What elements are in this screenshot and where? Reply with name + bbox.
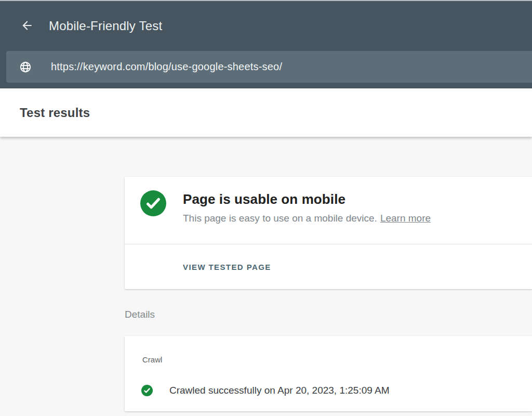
content-area: Page is usable on mobile This page is ea… (0, 137, 532, 411)
check-circle-icon (140, 190, 166, 216)
summary-text: Page is usable on mobile This page is ea… (183, 191, 431, 224)
globe-icon (19, 61, 32, 73)
page-title: Test results (20, 106, 90, 120)
results-bar: Test results (0, 88, 532, 137)
crawl-status-row: Crawled successfully on Apr 20, 2023, 1:… (141, 385, 532, 396)
result-summary: Page is usable on mobile This page is ea… (125, 177, 532, 244)
app-header-row: Mobile-Friendly Test (0, 1, 532, 51)
app-header: Mobile-Friendly Test https://keyword.com… (0, 1, 532, 88)
tested-url: https://keyword.com/blog/use-google-shee… (51, 61, 282, 73)
status-description-text: This page is easy to use on a mobile dev… (183, 213, 377, 224)
back-button[interactable] (20, 19, 34, 33)
result-card: Page is usable on mobile This page is ea… (125, 177, 532, 289)
url-bar[interactable]: https://keyword.com/blog/use-google-shee… (6, 51, 532, 83)
app-title: Mobile-Friendly Test (49, 19, 162, 33)
crawl-section-label: Crawl (142, 355, 532, 364)
status-title: Page is usable on mobile (183, 191, 431, 207)
check-circle-icon (141, 385, 153, 396)
crawl-status-text: Crawled successfully on Apr 20, 2023, 1:… (169, 385, 390, 396)
arrow-left-icon (20, 19, 34, 34)
view-tested-page-button[interactable]: VIEW TESTED PAGE (183, 263, 271, 271)
details-heading: Details (125, 309, 532, 320)
learn-more-link[interactable]: Learn more (380, 213, 431, 224)
status-description: This page is easy to use on a mobile dev… (183, 213, 431, 224)
crawl-card: Crawl Crawled successfully on Apr 20, 20… (125, 336, 532, 411)
card-actions: VIEW TESTED PAGE (125, 244, 532, 289)
